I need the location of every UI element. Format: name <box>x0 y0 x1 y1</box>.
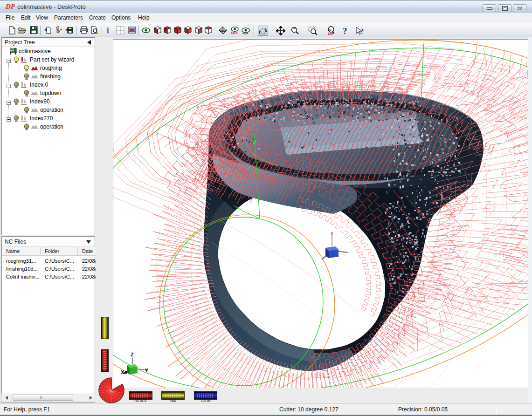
svg-text:i: i <box>107 26 109 34</box>
svg-text:100: 100 <box>328 32 333 35</box>
svg-text:DEF.: DEF. <box>231 31 238 34</box>
svg-text:-: - <box>292 26 293 28</box>
svg-text:X: X <box>121 369 124 375</box>
svg-text:Y: Y <box>145 368 149 373</box>
svg-text:?: ? <box>343 26 347 35</box>
svg-text:@: @ <box>329 28 332 31</box>
svg-text:Z: Z <box>131 352 134 357</box>
svg-text:?: ? <box>360 28 364 35</box>
